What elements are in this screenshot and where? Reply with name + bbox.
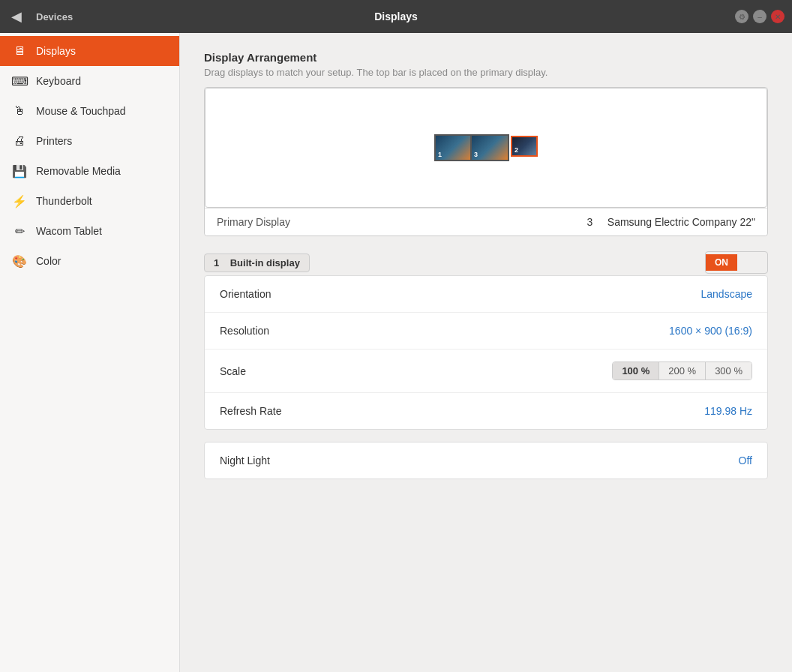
primary-display-value: 3 Samsung Electric Company 22" bbox=[587, 216, 755, 228]
monitor-group: 1 3 2 bbox=[434, 134, 538, 161]
sidebar-label-wacom: Wacom Tablet bbox=[36, 225, 102, 237]
scale-300-button[interactable]: 300 % bbox=[706, 362, 752, 380]
settings-button[interactable]: ⚙ bbox=[735, 10, 748, 23]
monitor-2[interactable]: 2 bbox=[511, 136, 538, 157]
monitor-1[interactable]: 1 bbox=[434, 134, 473, 161]
primary-display-number: 3 bbox=[587, 216, 593, 228]
back-button[interactable]: ◀ bbox=[0, 0, 33, 33]
window-title: Displays bbox=[374, 10, 418, 22]
arrangement-wrapper: 1 3 2 Primary Display bbox=[204, 87, 768, 236]
night-light-value: Off bbox=[739, 454, 752, 466]
night-light-card: Night Light Off bbox=[204, 442, 768, 479]
refresh-rate-row[interactable]: Refresh Rate 119.98 Hz bbox=[205, 393, 767, 429]
primary-display-row: Primary Display 3 Samsung Electric Compa… bbox=[205, 208, 767, 236]
arrangement-title: Display Arrangement bbox=[204, 51, 768, 64]
sidebar-item-keyboard[interactable]: ⌨ Keyboard bbox=[0, 66, 179, 96]
settings-icon: ⚙ bbox=[739, 13, 746, 21]
toggle-on[interactable]: ON bbox=[706, 254, 737, 271]
scale-buttons: 100 % 200 % 300 % bbox=[612, 362, 752, 380]
builtin-display-section: 1 Built-in display ON Orientation Landsc… bbox=[204, 251, 768, 430]
sidebar-label-thunderbolt: Thunderbolt bbox=[36, 195, 92, 207]
toggle-switch[interactable]: ON bbox=[705, 251, 768, 274]
back-icon: ◀ bbox=[11, 8, 22, 25]
night-light-row[interactable]: Night Light Off bbox=[205, 442, 767, 478]
main-layout: 🖥 Displays ⌨ Keyboard 🖱 Mouse & Touchpad… bbox=[0, 33, 792, 672]
scale-row: Scale 100 % 200 % 300 % bbox=[205, 350, 767, 393]
mouse-icon: 🖱 bbox=[12, 104, 27, 118]
badge-number: 1 bbox=[214, 257, 219, 268]
night-light-label: Night Light bbox=[220, 454, 739, 466]
sidebar-item-printers[interactable]: 🖨 Printers bbox=[0, 126, 179, 156]
keyboard-icon: ⌨ bbox=[12, 74, 27, 88]
wacom-icon: ✏ bbox=[12, 224, 27, 238]
sidebar-label-removable: Removable Media bbox=[36, 165, 121, 177]
display-header: 1 Built-in display ON bbox=[204, 251, 768, 274]
sidebar-label-color: Color bbox=[36, 255, 61, 267]
refresh-rate-label: Refresh Rate bbox=[220, 405, 704, 417]
orientation-row[interactable]: Orientation Landscape bbox=[205, 276, 767, 313]
titlebar: ◀ Devices Displays ⚙ – ✕ bbox=[0, 0, 792, 33]
minimize-icon: – bbox=[758, 13, 762, 21]
close-icon: ✕ bbox=[775, 13, 781, 21]
close-button[interactable]: ✕ bbox=[771, 10, 784, 23]
sidebar-label-mouse: Mouse & Touchpad bbox=[36, 105, 126, 117]
window-controls: ⚙ – ✕ bbox=[735, 10, 792, 23]
scale-200-button[interactable]: 200 % bbox=[659, 362, 706, 380]
sidebar-item-removable[interactable]: 💾 Removable Media bbox=[0, 156, 179, 186]
color-icon: 🎨 bbox=[12, 254, 27, 268]
sidebar-label-keyboard: Keyboard bbox=[36, 75, 81, 87]
thunderbolt-icon: ⚡ bbox=[12, 194, 27, 208]
sidebar-item-displays[interactable]: 🖥 Displays bbox=[0, 36, 179, 66]
sidebar-label-printers: Printers bbox=[36, 135, 72, 147]
resolution-value: 1600 × 900 (16:9) bbox=[669, 325, 752, 337]
scale-100-button[interactable]: 100 % bbox=[613, 362, 659, 380]
arrangement-section: Display Arrangement Drag displays to mat… bbox=[204, 51, 768, 236]
badge-label: Built-in display bbox=[230, 257, 300, 268]
night-light-section: Night Light Off bbox=[204, 442, 768, 479]
arrangement-subtitle: Drag displays to match your setup. The t… bbox=[204, 67, 768, 78]
displays-icon: 🖥 bbox=[12, 44, 27, 58]
refresh-rate-value: 119.98 Hz bbox=[704, 405, 752, 417]
display-arrangement-box[interactable]: 1 3 2 bbox=[205, 88, 767, 208]
printers-icon: 🖨 bbox=[12, 134, 27, 148]
orientation-label: Orientation bbox=[220, 288, 700, 300]
display-badge: 1 Built-in display bbox=[204, 254, 310, 272]
sidebar: 🖥 Displays ⌨ Keyboard 🖱 Mouse & Touchpad… bbox=[0, 33, 180, 672]
scale-label: Scale bbox=[220, 365, 612, 377]
monitor-3[interactable]: 3 bbox=[470, 134, 509, 161]
toggle-off[interactable] bbox=[737, 260, 767, 266]
sidebar-item-color[interactable]: 🎨 Color bbox=[0, 246, 179, 276]
primary-display-label: Primary Display bbox=[217, 216, 587, 228]
monitor-2-label: 2 bbox=[514, 146, 518, 154]
sidebar-item-thunderbolt[interactable]: ⚡ Thunderbolt bbox=[0, 186, 179, 216]
section-title: Devices bbox=[33, 11, 183, 22]
settings-card: Orientation Landscape Resolution 1600 × … bbox=[204, 275, 768, 430]
removable-icon: 💾 bbox=[12, 164, 27, 178]
content-area: Display Arrangement Drag displays to mat… bbox=[180, 33, 792, 672]
resolution-row[interactable]: Resolution 1600 × 900 (16:9) bbox=[205, 313, 767, 350]
primary-display-name: Samsung Electric Company 22" bbox=[608, 216, 755, 228]
monitor-1-label: 1 bbox=[438, 151, 442, 158]
minimize-button[interactable]: – bbox=[753, 10, 766, 23]
monitor-3-label: 3 bbox=[474, 151, 478, 158]
resolution-label: Resolution bbox=[220, 325, 669, 337]
sidebar-item-wacom[interactable]: ✏ Wacom Tablet bbox=[0, 216, 179, 246]
sidebar-label-displays: Displays bbox=[36, 45, 76, 57]
sidebar-item-mouse[interactable]: 🖱 Mouse & Touchpad bbox=[0, 96, 179, 126]
orientation-value: Landscape bbox=[700, 288, 752, 300]
